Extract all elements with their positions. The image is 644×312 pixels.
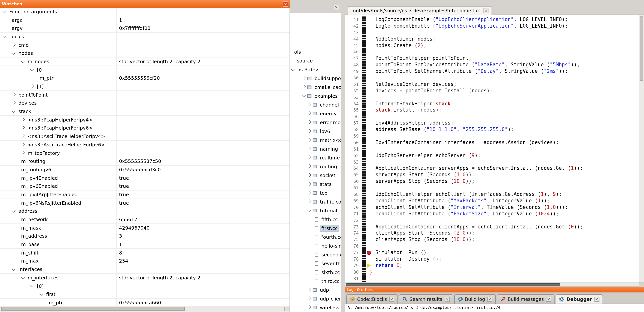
- code-line[interactable]: 41 LogComponentEnable ("UdpEchoClientApp…: [345, 16, 639, 23]
- line-number[interactable]: 53: [345, 94, 362, 101]
- expand-icon[interactable]: [308, 147, 311, 150]
- code-line[interactable]: 70 echoClient.SetAttribute ("Interval", …: [345, 204, 639, 211]
- watch-variable-value[interactable]: 1: [117, 241, 290, 247]
- expand-icon[interactable]: [308, 190, 311, 194]
- close-icon[interactable]: ×: [334, 4, 339, 10]
- code-line[interactable]: 80}: [345, 269, 639, 275]
- line-number[interactable]: 57: [345, 120, 362, 127]
- watch-row[interactable]: interfaces: [0, 265, 290, 274]
- expand-icon[interactable]: [21, 142, 25, 146]
- watch-row[interactable]: m_ipv4ArpJitterEnabledtrue: [0, 190, 290, 199]
- line-number[interactable]: 41: [345, 16, 362, 23]
- watch-variable-value[interactable]: 0x555555587c50: [117, 158, 290, 164]
- collapse-icon[interactable]: [21, 59, 25, 63]
- tree-item[interactable]: tcp: [290, 189, 340, 197]
- collapse-icon[interactable]: [12, 109, 16, 113]
- scrollbar-thumb[interactable]: [640, 16, 643, 81]
- watch-row[interactable]: stack: [0, 108, 290, 116]
- watch-variable-value[interactable]: 0x7fffffffdf08: [117, 25, 290, 31]
- line-number[interactable]: 75: [345, 237, 362, 243]
- watch-row[interactable]: m_address3: [0, 232, 290, 240]
- line-number[interactable]: 58: [345, 127, 362, 133]
- collapse-icon[interactable]: [21, 275, 25, 279]
- code-line[interactable]: 61: [345, 146, 639, 153]
- watch-row[interactable]: [0]: [0, 282, 290, 290]
- code-line[interactable]: 48 pointToPoint.SetDeviceAttribute ("Dat…: [345, 62, 639, 68]
- line-number[interactable]: 67: [345, 185, 362, 191]
- code-line[interactable]: 42 LogComponentEnable ("UdpEchoServerApp…: [345, 23, 639, 29]
- watch-row[interactable]: m_ipv4Enabledtrue: [0, 174, 290, 182]
- expand-icon[interactable]: [302, 76, 306, 80]
- tree-item[interactable]: ols: [290, 47, 340, 56]
- code-line[interactable]: 72: [345, 217, 639, 224]
- code-line[interactable]: 62 UdpEchoServerHelper echoServer (9);: [345, 152, 639, 159]
- expand-icon[interactable]: [308, 111, 311, 115]
- tree-item-selected[interactable]: first.cc: [290, 224, 340, 232]
- watch-row[interactable]: m_routingv60x5555555cd3c0: [0, 165, 290, 174]
- project-tree[interactable]: olssourcens-3-devbuildsupportcmake_cache…: [290, 13, 341, 312]
- code-line[interactable]: 76: [345, 243, 639, 250]
- code-line[interactable]: 66 serverApps.Stop (Seconds (10.0));: [345, 178, 639, 185]
- code-line[interactable]: 77 Simulator::Run ();: [345, 250, 639, 256]
- code-line[interactable]: 69 echoClient.SetAttribute ("MaxPackets"…: [345, 198, 639, 204]
- expand-icon[interactable]: [308, 120, 311, 124]
- tree-item[interactable]: third.cc: [290, 277, 340, 285]
- watch-variable-value[interactable]: 0x5555555ca660: [117, 300, 290, 306]
- expand-icon[interactable]: [30, 84, 34, 88]
- collapse-icon[interactable]: [2, 9, 6, 13]
- tree-item[interactable]: error-model: [290, 118, 340, 127]
- watch-row[interactable]: m_routing0x555555587c50: [0, 157, 290, 165]
- tree-item[interactable]: hello-simul: [290, 241, 340, 250]
- code-line[interactable]: 78 Simulator::Destroy ();: [345, 256, 639, 263]
- code-line[interactable]: 49 pointToPoint.SetChannelAttribute ("De…: [345, 68, 639, 75]
- watch-row[interactable]: m_interfacesstd::vector of length 2, cap…: [0, 274, 290, 282]
- close-icon[interactable]: ×: [594, 297, 599, 302]
- tree-item[interactable]: sixth.cc: [290, 268, 340, 276]
- watch-row[interactable]: m_ptr0x55555556cf20: [0, 74, 290, 82]
- code-line[interactable]: 63: [345, 159, 639, 165]
- line-number[interactable]: 68: [345, 191, 362, 198]
- close-icon[interactable]: ×: [487, 297, 492, 302]
- tree-item[interactable]: udp-client-ser: [290, 294, 340, 303]
- line-number[interactable]: 61: [345, 146, 362, 153]
- line-number[interactable]: 69: [345, 198, 362, 204]
- line-number[interactable]: 80: [345, 269, 362, 275]
- code-line[interactable]: 73 ApplicationContainer clientApps = ech…: [345, 224, 639, 230]
- watch-row[interactable]: argv0x7fffffffdf08: [0, 24, 290, 33]
- expand-icon[interactable]: [302, 85, 306, 89]
- tree-item[interactable]: examples: [290, 92, 340, 100]
- editor-horizontal-scrollbar[interactable]: [345, 283, 639, 287]
- expand-icon[interactable]: [308, 129, 311, 133]
- tree-item[interactable]: fifth.cc: [290, 215, 340, 223]
- watch-row[interactable]: address: [0, 207, 290, 215]
- line-number[interactable]: 54: [345, 101, 362, 107]
- collapse-icon[interactable]: [12, 267, 16, 271]
- scrollbar-thumb[interactable]: [346, 283, 560, 286]
- line-number[interactable]: 79: [345, 263, 362, 269]
- code-area[interactable]: 41 LogComponentEnable ("UdpEchoClientApp…: [345, 15, 639, 283]
- code-line[interactable]: 55 stack.Install (nodes);: [345, 107, 639, 114]
- line-number[interactable]: 71: [345, 211, 362, 217]
- code-line[interactable]: 59: [345, 133, 639, 140]
- expand-icon[interactable]: [308, 155, 311, 159]
- code-line[interactable]: 44 NodeContainer nodes;: [345, 36, 639, 42]
- line-number[interactable]: 50: [345, 75, 362, 81]
- expand-icon[interactable]: [308, 305, 311, 309]
- logs-titlebar[interactable]: Logs & others: [345, 287, 644, 293]
- watch-row[interactable]: m_mask4294967040: [0, 224, 290, 232]
- code-line[interactable]: 47 PointToPointHelper pointToPoint;: [345, 55, 639, 62]
- code-line[interactable]: 45 nodes.Create (2);: [345, 42, 639, 49]
- watch-row[interactable]: argc1: [0, 16, 290, 24]
- watch-variable-value[interactable]: 1: [117, 17, 290, 23]
- watch-variable-value[interactable]: 4294967040: [117, 225, 290, 231]
- watch-variable-value[interactable]: true: [117, 192, 290, 197]
- expand-icon[interactable]: [21, 118, 25, 121]
- watch-row[interactable]: m_tcpFactory: [0, 149, 290, 157]
- editor-vertical-scrollbar[interactable]: [639, 15, 644, 283]
- collapse-icon[interactable]: [12, 209, 16, 213]
- scrollbar-end-button[interactable]: [284, 307, 289, 311]
- expand-icon[interactable]: [308, 199, 311, 203]
- tree-item[interactable]: traffic-contro: [290, 197, 340, 206]
- code-line[interactable]: 64 ApplicationContainer serverApps = ech…: [345, 165, 639, 172]
- watch-variable-value[interactable]: std::vector of length 2, capacity 2: [117, 59, 290, 64]
